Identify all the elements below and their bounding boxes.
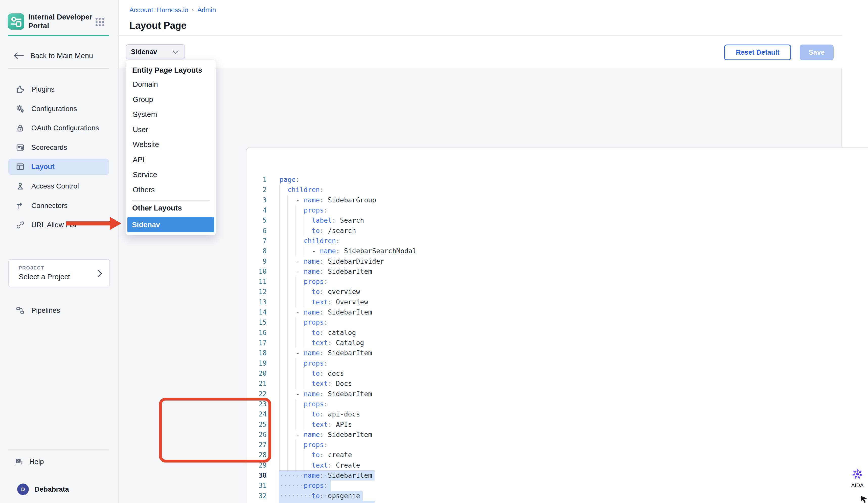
- line-number: 5: [246, 215, 267, 225]
- app-title: Internal Developer Portal: [28, 13, 94, 30]
- code-line[interactable]: 9 - name: SidebarDivider: [246, 256, 868, 266]
- line-number: 8: [246, 246, 267, 256]
- code-line[interactable]: 25 text: APIs: [246, 420, 868, 430]
- line-number: 11: [246, 276, 267, 287]
- code-line[interactable]: 21 text: Docs: [246, 379, 868, 389]
- dropdown-item-domain[interactable]: Domain: [126, 77, 216, 92]
- dropdown-item-sidenav[interactable]: Sidenav: [127, 217, 214, 232]
- back-arrow-icon: [14, 52, 24, 59]
- code-line[interactable]: 26 - name: SidebarItem: [246, 430, 868, 440]
- sidebar-item-connectors[interactable]: Connectors: [8, 198, 109, 214]
- line-number: 13: [246, 297, 267, 307]
- dropdown-item-user[interactable]: User: [126, 122, 216, 138]
- code-line[interactable]: 33········text:·Incidents: [246, 501, 868, 503]
- sidebar-item-configurations[interactable]: Configurations: [8, 101, 109, 117]
- line-number: 30: [246, 470, 267, 481]
- connectors-icon: [16, 201, 25, 210]
- code-line[interactable]: 2 children:: [246, 185, 868, 195]
- sidebar-item-access-control[interactable]: Access Control: [8, 178, 109, 194]
- code-line[interactable]: 31······props:: [246, 481, 868, 491]
- url-allow-list-icon: [16, 220, 25, 230]
- code-line[interactable]: 5 label: Search: [246, 215, 868, 225]
- yaml-code-editor[interactable]: 1page:2 children:3 - name: SidebarGroup4…: [246, 174, 868, 503]
- line-number: 14: [246, 307, 267, 317]
- line-number: 10: [246, 266, 267, 276]
- line-number: 20: [246, 369, 267, 379]
- line-number: 15: [246, 317, 267, 328]
- dropdown-item-website[interactable]: Website: [126, 137, 216, 152]
- pipelines-icon: [16, 306, 25, 315]
- code-line[interactable]: 27 props:: [246, 440, 868, 450]
- code-line[interactable]: 20 to: docs: [246, 369, 868, 379]
- aida-widget[interactable]: AIDA: [847, 468, 868, 488]
- sidebar-item-layout[interactable]: Layout: [8, 159, 109, 175]
- code-line[interactable]: 22 - name: SidebarItem: [246, 389, 868, 399]
- code-line[interactable]: 1page:: [246, 174, 868, 185]
- code-line[interactable]: 28 to: create: [246, 450, 868, 460]
- code-line[interactable]: 19 props:: [246, 358, 868, 369]
- line-number: 19: [246, 358, 267, 369]
- line-number: 7: [246, 236, 267, 246]
- project-selector[interactable]: PROJECT Select a Project: [8, 259, 110, 288]
- dropdown-item-others[interactable]: Others: [126, 182, 216, 198]
- reset-default-button[interactable]: Reset Default: [724, 44, 791, 60]
- code-line[interactable]: 24 to: api-docs: [246, 409, 868, 419]
- sidebar-item-label: Configurations: [31, 101, 77, 117]
- code-line[interactable]: 8 - name: SidebarSearchModal: [246, 246, 868, 256]
- dropdown-item-api[interactable]: API: [126, 152, 216, 168]
- header-divider: [117, 36, 842, 36]
- dropdown-item-group[interactable]: Group: [126, 92, 216, 107]
- help-label: Help: [29, 458, 44, 466]
- svg-text:?: ?: [17, 459, 19, 463]
- dropdown-item-service[interactable]: Service: [126, 167, 216, 182]
- breadcrumb: Account: Harness.io › Admin: [130, 6, 216, 14]
- user-menu[interactable]: D Debabrata: [10, 482, 109, 497]
- aida-label: AIDA: [847, 482, 868, 488]
- code-line[interactable]: 18 - name: SidebarItem: [246, 348, 868, 358]
- code-line[interactable]: 30····-·name:·SidebarItem: [246, 470, 868, 481]
- code-line[interactable]: 11 props:: [246, 276, 868, 287]
- code-line[interactable]: 4 props:: [246, 205, 868, 215]
- code-line[interactable]: 13 text: Overview: [246, 297, 868, 307]
- code-line[interactable]: 6 to: /search: [246, 226, 868, 236]
- code-line[interactable]: 10 - name: SidebarItem: [246, 266, 868, 276]
- sidebar-item-label: Plugins: [31, 81, 55, 98]
- code-line[interactable]: 17 text: Catalog: [246, 338, 868, 348]
- layout-type-select[interactable]: Sidenav: [126, 44, 185, 59]
- oauth-icon: [16, 123, 25, 133]
- sidebar-item-label: Layout: [31, 159, 55, 175]
- sidebar-item-label: Connectors: [31, 198, 68, 214]
- scorecards-icon: [16, 143, 25, 152]
- line-number: 2: [246, 185, 267, 195]
- breadcrumb-admin-link[interactable]: Admin: [197, 6, 216, 14]
- breadcrumb-account-link[interactable]: Account: Harness.io: [130, 6, 188, 14]
- app-title-line2: Portal: [28, 21, 94, 30]
- line-number: 18: [246, 348, 267, 358]
- back-to-main-menu-label: Back to Main Menu: [30, 52, 93, 60]
- code-line[interactable]: 32········to:·opsgenie: [246, 491, 868, 501]
- save-button[interactable]: Save: [800, 44, 834, 60]
- sidebar-item-oauth-configurations[interactable]: OAuth Configurations: [8, 120, 109, 136]
- sidebar-item-scorecards[interactable]: Scorecards: [8, 139, 109, 155]
- back-to-main-menu-button[interactable]: Back to Main Menu: [10, 49, 109, 63]
- annotation-highlight-box: [159, 398, 271, 463]
- code-line[interactable]: 15 props:: [246, 317, 868, 328]
- code-line[interactable]: 14 - name: SidebarItem: [246, 307, 868, 317]
- line-number: 16: [246, 328, 267, 338]
- annotation-arrow: [66, 221, 110, 225]
- sidebar-item-plugins[interactable]: Plugins: [8, 81, 109, 98]
- code-line[interactable]: 12 to: overview: [246, 287, 868, 297]
- code-line[interactable]: 29 text: Create: [246, 460, 868, 470]
- apps-grid-icon[interactable]: [95, 18, 105, 26]
- layout-dropdown-menu: Entity Page LayoutsDomainGroupSystemUser…: [126, 60, 216, 235]
- brand-underline: [8, 35, 109, 36]
- help-button[interactable]: ? Help: [10, 454, 109, 469]
- line-number: 12: [246, 287, 267, 297]
- code-line[interactable]: 3 - name: SidebarGroup: [246, 195, 868, 205]
- sidebar-divider-top: [8, 68, 109, 69]
- code-line[interactable]: 7 children:: [246, 236, 868, 246]
- dropdown-item-system[interactable]: System: [126, 107, 216, 122]
- sidebar-item-pipelines[interactable]: Pipelines: [8, 302, 109, 319]
- code-line[interactable]: 16 to: catalog: [246, 328, 868, 338]
- code-line[interactable]: 23 props:: [246, 399, 868, 409]
